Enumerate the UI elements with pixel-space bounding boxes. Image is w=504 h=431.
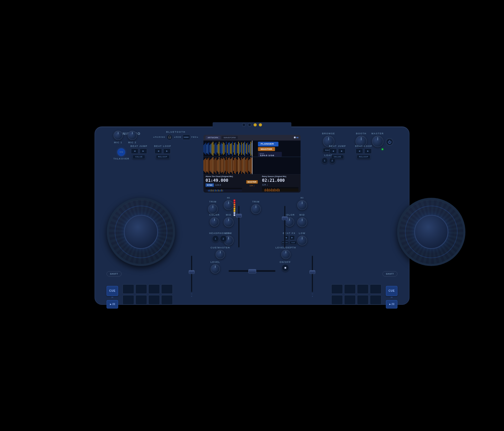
color-left-knob[interactable] <box>210 217 219 227</box>
talkover-on-button[interactable]: ON <box>117 148 125 156</box>
right-pad-f[interactable] <box>344 295 356 305</box>
beat-loop-right-next[interactable]: ► <box>364 148 372 154</box>
mic2-knob[interactable] <box>128 131 137 140</box>
beat-jump-left-next[interactable]: ► <box>140 148 147 154</box>
top-connectors <box>213 122 291 127</box>
svg-rect-42 <box>245 144 246 153</box>
play-pause-left[interactable]: ►/II <box>107 300 118 308</box>
rca-connector-2 <box>259 123 262 126</box>
left-pad-b[interactable] <box>135 284 147 294</box>
headphones-1-btn[interactable]: 1 <box>212 235 219 242</box>
svg-rect-100 <box>245 159 246 171</box>
svg-rect-131 <box>269 189 270 191</box>
play-pause-right[interactable]: ►/II <box>386 300 397 308</box>
mid-right-knob[interactable] <box>297 217 307 227</box>
mid-left-knob[interactable] <box>224 217 234 227</box>
left-pad-f[interactable] <box>135 295 147 305</box>
left-pad-c[interactable] <box>148 284 160 294</box>
svg-rect-36 <box>239 143 240 154</box>
beat-loop-right-prev[interactable]: ◄ <box>356 148 363 154</box>
waveform-view[interactable]: FLANGER MASTER BPM 124.0 1/16 <box>203 141 301 174</box>
beat-jump-right-next[interactable]: ► <box>338 148 345 154</box>
headphone-button[interactable]: 🎧 <box>167 134 172 140</box>
left-pad-e[interactable] <box>123 295 134 305</box>
right-pitch-fader[interactable] <box>309 270 315 274</box>
svg-rect-44 <box>247 142 248 155</box>
svg-rect-61 <box>206 158 206 173</box>
left-channel-fader-track <box>238 206 240 248</box>
right-pad-h[interactable] <box>370 295 381 305</box>
svg-rect-60 <box>204 159 205 172</box>
svg-rect-35 <box>238 142 239 156</box>
left-mini-waveform <box>206 188 242 191</box>
headphones-2-btn[interactable]: 2 <box>220 235 227 242</box>
right-jog-wheel[interactable] <box>397 198 465 266</box>
sync-button-left[interactable]: SYNC <box>206 183 214 187</box>
svg-rect-139 <box>277 189 277 191</box>
load-1-button[interactable]: 1 <box>322 157 328 164</box>
shift-button-right[interactable]: SHIFT <box>382 271 397 276</box>
trim-right-knob[interactable] <box>251 204 261 214</box>
hi-left-knob[interactable] <box>224 200 234 210</box>
level-depth-knob[interactable] <box>281 250 291 259</box>
hi-right-knob[interactable] <box>297 200 307 210</box>
left-channel-fader[interactable] <box>236 214 242 217</box>
right-pad-g[interactable] <box>357 295 369 305</box>
left-pad-g[interactable] <box>148 295 160 305</box>
reloop-right-btn[interactable]: RELOOP <box>357 155 370 159</box>
right-pad-b[interactable] <box>344 284 356 294</box>
waveform-tab[interactable]: WAVEFORM <box>222 136 238 139</box>
beat-jump-value-right[interactable]: VALUE <box>331 155 344 159</box>
artwork-tab[interactable]: ARTWORK <box>206 136 220 139</box>
mid-left-group: MID <box>224 214 234 227</box>
cue-button-right[interactable]: CUE <box>386 286 397 296</box>
beat-jump-value-left[interactable]: VALUE <box>133 155 145 159</box>
svg-rect-117 <box>216 190 216 191</box>
beat-fx-on-off[interactable] <box>282 264 289 272</box>
beat-loop-left-prev[interactable]: ◄ <box>155 148 162 154</box>
cue-button-left[interactable]: CUE <box>107 286 118 296</box>
svg-rect-21 <box>224 143 225 154</box>
left-pad-h[interactable] <box>161 295 173 305</box>
play-pause-bt-btn[interactable]: ⏮⏭ <box>183 135 190 140</box>
left-pitch-fader[interactable] <box>189 270 195 274</box>
reloop-left-btn[interactable]: RELOOP <box>156 155 170 159</box>
left-jog-wheel[interactable] <box>107 198 175 266</box>
vu-led-red-2 <box>234 202 235 203</box>
left-pad-d[interactable] <box>161 284 173 294</box>
right-pad-e[interactable] <box>331 295 343 305</box>
booth-label: BOOTH <box>356 132 366 135</box>
vu-meter <box>234 200 235 218</box>
center-sync-info: MASTER 124 ♩ <box>244 174 260 193</box>
shift-button-left[interactable]: SHIFT <box>107 271 122 276</box>
left-pad-a[interactable] <box>123 284 134 294</box>
level-knob[interactable] <box>211 264 220 274</box>
master-knob[interactable] <box>372 136 384 147</box>
master-btn-screen[interactable]: MASTER <box>246 180 258 184</box>
right-pad-c[interactable] <box>357 284 369 294</box>
svg-rect-15 <box>218 144 219 153</box>
crossfader[interactable] <box>248 269 256 273</box>
beat-loop-left-next[interactable]: ► <box>163 148 171 154</box>
svg-rect-1 <box>203 145 204 152</box>
right-pad-a[interactable] <box>331 284 343 294</box>
hi-left-label: HI <box>227 196 230 199</box>
screen[interactable]: ARTWORK WAVEFORM <box>203 135 301 193</box>
svg-rect-132 <box>270 189 271 191</box>
svg-rect-8 <box>211 144 211 153</box>
mic1-knob[interactable] <box>113 131 123 140</box>
beat-jump-right-prev[interactable]: ◄ <box>329 148 337 154</box>
jack-connector-2 <box>248 123 251 127</box>
low-right-knob[interactable] <box>297 236 307 246</box>
beat-fx-tap[interactable]: TAP <box>290 241 297 244</box>
right-channel-fader[interactable] <box>282 216 288 220</box>
right-pad-d[interactable] <box>370 284 381 294</box>
svg-rect-135 <box>273 189 274 191</box>
beat-jump-left-prev[interactable]: ◄ <box>131 148 138 154</box>
beat-fx-next[interactable]: ► <box>290 235 295 240</box>
cue-master-knob[interactable] <box>216 250 225 259</box>
svg-rect-12 <box>215 143 216 154</box>
trim-left-knob[interactable] <box>208 204 218 214</box>
level-depth-label: LEVEL/DEPTH <box>275 246 296 249</box>
power-button[interactable]: ⏻ <box>386 138 393 146</box>
